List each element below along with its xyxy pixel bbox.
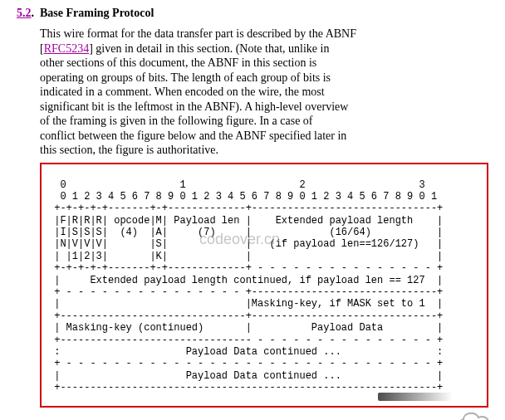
frame-diagram: 0 1 2 3 0 1 2 3 4 5 6 7 8 9 0 1 2 3 4 5 … [48,179,480,394]
diagram-line: +-+-+-+-+-------+-+-------------+ - - - … [48,262,443,274]
rfc-link[interactable]: RFC5234 [44,42,89,55]
diagram-line: | |Masking-key, if MASK set to 1 | [48,298,443,310]
para-line: indicated in a comment. When encoded on … [40,85,325,98]
diagram-line: |F|R|R|R| opcode|M| Payload len | Extend… [48,215,443,227]
section-dot: . [32,7,35,19]
diagram-line: | |1|2|3| |K| | | [48,251,443,262]
para-line: This wire format for the data transfer p… [40,27,356,40]
diagram-line: 0 1 2 3 [48,179,425,191]
shadow-decoration [378,393,453,401]
diagram-line: | Payload Data continued ... | [48,370,443,382]
para-line: of the framing is given in the following… [40,115,313,127]
diagram-line: +-+-+-+-+-------+-+-------------+-------… [48,203,443,214]
para-line: ] given in detail in this section. (Note… [89,42,329,55]
para-line: other sections of this document, the ABN… [40,56,316,69]
diagram-line: +-------------------------------+-------… [48,310,443,322]
frame-diagram-box: 0 1 2 3 0 1 2 3 4 5 6 7 8 9 0 1 2 3 4 5 … [40,163,488,408]
diagram-line: +-------------------------------- - - - … [48,335,443,346]
diagram-line: | Extended payload length continued, if … [48,275,443,286]
diagram-line: + - - - - - - - - - - - - - - - +-------… [48,286,443,298]
diagram-line: 0 1 2 3 4 5 6 7 8 9 0 1 2 3 4 5 6 7 8 9 … [48,191,437,203]
para-line: significant bit is the leftmost in the A… [40,100,348,113]
section-heading: 5.2. Base Framing Protocol [17,7,488,20]
para-line: operating on groups of bits. The length … [40,71,331,84]
section-number-link[interactable]: 5.2 [17,7,32,19]
diagram-line: : Payload Data continued ... : [48,346,443,358]
diagram-line: |N|V|V|V| |S| | (if payload len==126/127… [48,238,443,250]
para-line: this section, the figure is authoritativ… [40,144,218,156]
section-title: Base Framing Protocol [40,7,154,19]
para-line: conflict between the figure below and th… [40,129,346,142]
intro-paragraph: This wire format for the data transfer p… [40,27,488,158]
cloud-logo-icon [450,406,500,420]
diagram-line: |I|S|S|S| (4) |A| (7) | (16/64) | [48,227,443,238]
diagram-line: + - - - - - - - - - - - - - - - - - - - … [48,358,443,369]
diagram-line: | Masking-key (continued) | Payload Data… [48,322,443,334]
